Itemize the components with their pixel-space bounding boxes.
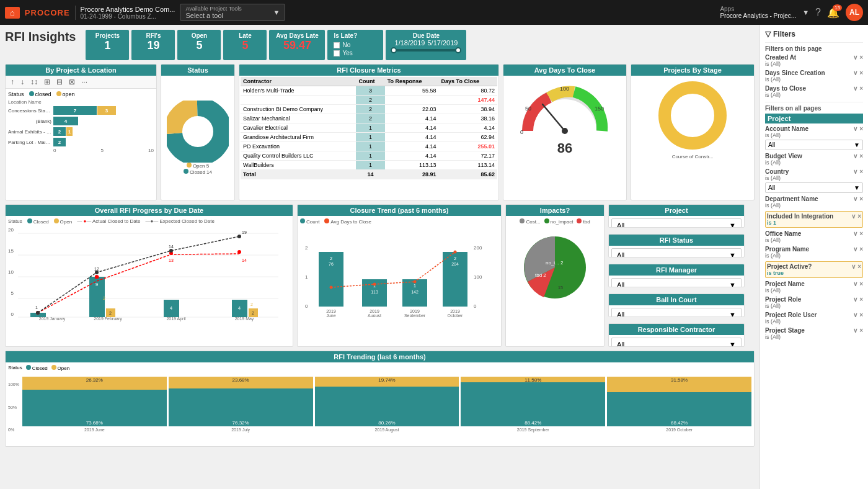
filter-program-chevron[interactable]: ∨ bbox=[853, 246, 857, 253]
filter-proj-active-chevron[interactable]: ∨ bbox=[851, 263, 856, 270]
project-arrow: ▼ bbox=[729, 222, 736, 228]
filter-proj-role-x[interactable]: × bbox=[859, 296, 863, 303]
apps-dropdown-arrow[interactable]: ▼ bbox=[802, 9, 809, 16]
bar-row-4: Parking Lot - Main Lot 2 bbox=[8, 138, 154, 146]
filter-program-x[interactable]: × bbox=[859, 246, 863, 253]
prog-legend-open: Open bbox=[54, 218, 73, 225]
notifications-button[interactable]: 🔔13 bbox=[827, 7, 839, 19]
rfi-status-dropdown[interactable]: All ▼ bbox=[611, 248, 742, 258]
filter-integration-x[interactable]: × bbox=[857, 213, 861, 220]
filter-proj-stage-chevron[interactable]: ∨ bbox=[853, 327, 857, 334]
filter-country-x[interactable]: × bbox=[859, 168, 863, 175]
ball-in-court-dropdown[interactable]: All ▼ bbox=[611, 308, 742, 317]
filter-proj-role-user-x[interactable]: × bbox=[859, 312, 863, 318]
apps-selector[interactable]: Apps Procore Analytics - Projec... bbox=[720, 6, 796, 19]
project-dropdown[interactable]: All ▼ bbox=[611, 218, 742, 228]
hierarchy-icon[interactable]: ⊞ bbox=[42, 77, 53, 87]
trending-august: 19.74% 80.26% 2019 August bbox=[315, 377, 459, 432]
home-button[interactable]: ⌂ bbox=[5, 7, 20, 19]
pie-chart-section: Status Open 5 Closed 14 bbox=[161, 64, 235, 200]
filter-budget-chevron[interactable]: ∨ bbox=[853, 153, 857, 159]
filter-icon[interactable]: ⊟ bbox=[54, 77, 65, 87]
filter-account-x[interactable]: × bbox=[859, 125, 863, 132]
trending-october-label: 2019 October bbox=[666, 428, 692, 432]
total-response: 28.91 bbox=[385, 170, 439, 179]
project-name: Procore Analytics Demo Com... bbox=[81, 6, 175, 13]
trending-july-closed: 76.32% bbox=[169, 388, 313, 426]
filter-office-x[interactable]: × bbox=[859, 230, 863, 237]
axis-0: 0 bbox=[53, 148, 56, 153]
responsible-contractor-dropdown[interactable]: All ▼ bbox=[611, 338, 742, 347]
filter-office-chevron[interactable]: ∨ bbox=[853, 230, 857, 237]
filter-project-stage: Project Stage ∨ × is (All) bbox=[765, 327, 863, 340]
trending-august-stack: 19.74% 80.26% bbox=[315, 377, 459, 426]
tools-selector[interactable]: Available Project Tools Select a tool ▼ bbox=[180, 4, 285, 21]
account-name-dropdown[interactable]: All ▼ bbox=[765, 140, 863, 150]
bar-label-3: Animal Exhibits - Nor... bbox=[8, 129, 51, 135]
filter-created-at-value: is (All) bbox=[765, 61, 863, 67]
svg-text:2019: 2019 bbox=[326, 309, 336, 313]
impacts-no-impact-legend: no_impact bbox=[544, 218, 574, 225]
filter-proj-name-x[interactable]: × bbox=[859, 280, 863, 287]
account-name-arrow: ▼ bbox=[854, 141, 860, 148]
due-date-range: 1/18/2019 5/17/2019 bbox=[391, 39, 461, 47]
filter-proj-name-chevron[interactable]: ∨ bbox=[853, 280, 857, 287]
svg-text:October: October bbox=[448, 313, 464, 317]
filter-proj-stage-value: is (All) bbox=[765, 334, 863, 340]
progress-chart-area: 20 15 10 5 0 bbox=[8, 227, 290, 330]
rfi-manager-dropdown[interactable]: All ▼ bbox=[611, 278, 742, 287]
trending-october-closed: 68.42% bbox=[607, 392, 751, 426]
filter-dept-x[interactable]: × bbox=[859, 195, 863, 202]
filter-account-chevron[interactable]: ∨ bbox=[853, 125, 857, 132]
filter-dept-chevron[interactable]: ∨ bbox=[853, 195, 857, 202]
filter-proj-stage-x[interactable]: × bbox=[859, 327, 863, 334]
filter-proj-role-chevron[interactable]: ∨ bbox=[853, 296, 857, 303]
y-axis-label: Location Name bbox=[8, 99, 154, 105]
filter-x3[interactable]: × bbox=[859, 85, 863, 92]
progress-section: Overall RFI Progress by Due Date Status … bbox=[5, 204, 293, 347]
is-late-no-checkbox[interactable] bbox=[334, 42, 340, 48]
country-dropdown[interactable]: All ▼ bbox=[765, 182, 863, 193]
filter-integration-icons: ∨ × bbox=[851, 213, 861, 220]
cell-contractor: PD Excavation bbox=[241, 142, 356, 151]
svg-text:4: 4 bbox=[170, 305, 173, 311]
cell-days-close: 4.14 bbox=[439, 123, 497, 133]
project-selector[interactable]: Procore Analytics Demo Com... 01-24-1999… bbox=[75, 6, 175, 20]
date-slider-left-thumb[interactable] bbox=[391, 47, 397, 53]
more-icon[interactable]: ··· bbox=[79, 77, 90, 87]
sort-asc-icon[interactable]: ↑ bbox=[8, 77, 17, 87]
filter-chevron2[interactable]: ∨ bbox=[853, 70, 857, 76]
cell-count: 2 bbox=[356, 105, 384, 114]
row3: Overall RFI Progress by Due Date Status … bbox=[5, 204, 755, 347]
filter-x2[interactable]: × bbox=[859, 70, 863, 76]
filter-x[interactable]: × bbox=[859, 54, 863, 61]
kpi-row: Projects 1 RFI's 19 Open 5 Late 5 Avg Da… bbox=[86, 30, 466, 60]
date-slider-right-thumb[interactable] bbox=[455, 47, 461, 53]
help-button[interactable]: ? bbox=[815, 7, 821, 18]
date-slider[interactable] bbox=[391, 49, 461, 52]
is-late-yes-checkbox[interactable] bbox=[334, 50, 340, 56]
filter-chevron3[interactable]: ∨ bbox=[853, 85, 857, 92]
filter-chevron[interactable]: ∨ bbox=[853, 54, 857, 61]
trending-july-stack: 23.68% 76.32% bbox=[169, 377, 313, 426]
trending-inner: Status Closed Open 100% 50% 0% 26.32% 73… bbox=[6, 362, 754, 434]
pie-closed-label: Closed 14 bbox=[184, 169, 212, 175]
filter-proj-active-x[interactable]: × bbox=[857, 263, 861, 270]
filter-budget-x[interactable]: × bbox=[859, 153, 863, 159]
user-avatar[interactable]: AL bbox=[846, 4, 863, 21]
sort-desc-icon[interactable]: ↓ bbox=[18, 77, 27, 87]
svg-text:2019: 2019 bbox=[370, 309, 379, 313]
filter-integration-chevron[interactable]: ∨ bbox=[851, 213, 856, 220]
trending-july-label: 2019 July bbox=[231, 428, 250, 432]
responsible-contractor-title: Responsible Contractor bbox=[609, 324, 744, 335]
cell-to-response: 55.58 bbox=[385, 86, 439, 96]
by-project-inner: Status closed open Location Name Concess… bbox=[6, 89, 156, 156]
filter-proj-role-user-chevron[interactable]: ∨ bbox=[853, 312, 857, 318]
y-0pct: 0% bbox=[8, 428, 19, 432]
kpi-late: Late 5 bbox=[223, 30, 267, 60]
metrics-inner: Contractor Count To Response Days To Clo… bbox=[239, 76, 498, 191]
sort-double-icon[interactable]: ↕↕ bbox=[28, 77, 40, 87]
filter-country-chevron[interactable]: ∨ bbox=[853, 168, 857, 175]
expand-icon[interactable]: ⊠ bbox=[66, 77, 78, 87]
filter-proj-role-user-icons: ∨ × bbox=[853, 312, 863, 318]
